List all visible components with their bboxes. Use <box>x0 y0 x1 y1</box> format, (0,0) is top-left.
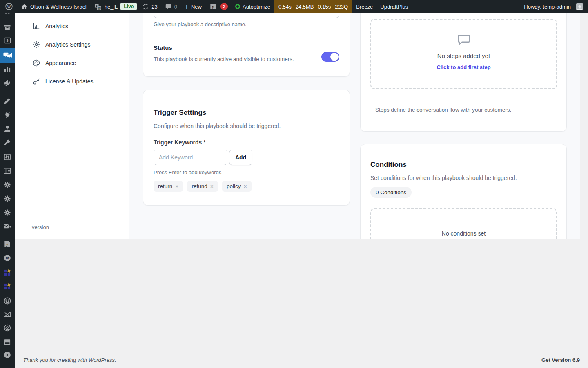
live-badge: Live <box>120 3 137 10</box>
wordpress-thanks-text: Thank you for creating with WordPress. <box>23 357 116 363</box>
name-hint: Give your playbook a descriptive name. <box>154 21 339 27</box>
howdy-label: Howdy, temp-admin <box>524 4 571 10</box>
translate-icon: A א <box>94 3 102 11</box>
conditions-empty-state: No conditions set <box>370 208 557 239</box>
analytics-icon <box>32 22 40 30</box>
brush-icon[interactable] <box>3 97 11 105</box>
update-icon <box>142 3 149 10</box>
add-first-step-link[interactable]: Click to add first step <box>437 64 490 70</box>
play-icon[interactable] <box>3 351 11 359</box>
svg-text:y: y <box>6 242 8 247</box>
steps-empty-state[interactable]: No steps added yet Click to add first st… <box>370 19 557 89</box>
status-toggle[interactable] <box>321 52 339 62</box>
yoast-menu[interactable]: y 2 <box>205 0 232 13</box>
conditions-count-badge: 0 Conditions <box>370 187 412 198</box>
rows-icon[interactable] <box>3 338 11 346</box>
keyword-label: refund <box>192 183 207 189</box>
submenu-item-label: Appearance <box>45 60 76 66</box>
updraftplus-menu[interactable]: UpdraftPlus <box>376 0 412 13</box>
keyword-label: policy <box>227 183 241 189</box>
keyword-input[interactable] <box>154 150 227 165</box>
svg-text:y: y <box>212 4 214 9</box>
megaphone-icon[interactable] <box>3 79 11 87</box>
grid-blue-icon[interactable] <box>3 269 11 277</box>
autoptimize-menu[interactable]: Autoptimize <box>232 0 274 13</box>
trigger-settings-description: Configure when this playbook should be t… <box>154 123 339 129</box>
conditions-description: Set conditions for when this playbook sh… <box>370 175 557 181</box>
main-content: Give your playbook a descriptive name. S… <box>129 13 580 239</box>
get-version-link[interactable]: Get Version 6.9 <box>541 357 580 363</box>
status-title: Status <box>154 44 339 51</box>
archive-icon[interactable] <box>3 23 11 31</box>
keyword-label: return <box>158 183 172 189</box>
speech-bubble-icon <box>457 32 471 47</box>
gear-icon[interactable] <box>3 195 11 203</box>
form-icon[interactable] <box>3 167 11 175</box>
memory-usage: 24.5MB <box>296 4 314 10</box>
home-icon <box>21 3 28 10</box>
user-icon[interactable] <box>3 125 11 133</box>
query-time: 0.15s <box>318 4 331 10</box>
breeze-menu[interactable]: Breeze <box>352 0 376 13</box>
keyword-chip: refund× <box>187 181 218 192</box>
svg-text:א: א <box>98 7 100 9</box>
mail-x-icon[interactable] <box>3 310 11 319</box>
submenu-item-analytics-settings[interactable]: Analytics Settings <box>15 35 129 54</box>
playbook-name-input[interactable] <box>154 13 339 18</box>
key-icon <box>32 77 40 85</box>
status-description: This playbook is currently active and vi… <box>154 56 301 62</box>
updates-menu[interactable]: 23 <box>138 0 161 13</box>
breeze-icon[interactable] <box>3 324 11 332</box>
submenu-item-analytics[interactable]: Analytics <box>15 17 129 35</box>
plug-icon[interactable] <box>3 111 11 119</box>
page-time: 0.54s <box>278 4 292 10</box>
keyword-hint: Press Enter to add keywords <box>154 169 339 175</box>
divider <box>154 36 339 36</box>
toggle-knob <box>330 53 339 61</box>
conditions-title: Conditions <box>370 161 557 169</box>
keyword-chips: return×refund×policy× <box>154 181 339 192</box>
query-count: 223Q <box>335 4 348 10</box>
submenu-version-label: version <box>15 216 129 230</box>
submenu-item-license-updates[interactable]: License & Updates <box>15 72 129 90</box>
site-name-menu[interactable]: Olson & Wellness Israel <box>17 0 90 13</box>
no-steps-text: No steps added yet <box>437 52 490 59</box>
remove-keyword-icon[interactable]: × <box>210 184 214 189</box>
new-label: New <box>191 4 202 10</box>
playbook-name-card: Give your playbook a descriptive name. S… <box>143 13 350 77</box>
mail-send-icon[interactable] <box>3 222 11 231</box>
trigger-settings-card: Trigger Settings Configure when this pla… <box>143 90 350 206</box>
submenu-item-label: Analytics Settings <box>45 41 91 48</box>
language-label: he_IL <box>105 4 118 10</box>
sliders-icon[interactable] <box>3 153 11 161</box>
payment-icon[interactable]: $ <box>3 36 11 45</box>
m-circle-icon[interactable]: m <box>3 254 11 262</box>
comment-icon <box>165 3 172 10</box>
palette-icon <box>32 59 40 67</box>
avatar <box>576 3 583 10</box>
comments-menu[interactable]: 0 <box>161 0 181 13</box>
wp-logo[interactable]: W <box>0 0 17 13</box>
trigger-keywords-label: Trigger Keywords * <box>154 139 339 146</box>
new-menu[interactable]: + New <box>181 0 205 13</box>
updraft-icon[interactable] <box>3 297 11 305</box>
submenu-item-appearance[interactable]: Appearance <box>15 54 129 72</box>
trigger-settings-title: Trigger Settings <box>154 109 339 117</box>
language-menu[interactable]: A א he_IL <box>90 0 122 13</box>
keyword-chip: return× <box>154 181 183 192</box>
active-menu-arrow <box>9 52 12 58</box>
add-keyword-button[interactable]: Add <box>229 150 252 165</box>
conditions-card: Conditions Set conditions for when this … <box>360 144 567 239</box>
remove-keyword-icon[interactable]: × <box>243 184 247 189</box>
bar-chart-icon[interactable] <box>3 65 11 73</box>
remove-keyword-icon[interactable]: × <box>175 184 178 189</box>
gear-icon[interactable] <box>3 209 11 217</box>
wrench-icon[interactable] <box>3 139 11 147</box>
steps-card: No steps added yet Click to add first st… <box>360 13 567 132</box>
gear-icon[interactable] <box>3 181 11 189</box>
yoast-icon[interactable]: y <box>3 240 11 248</box>
submenu-item-label: Analytics <box>45 23 68 29</box>
account-menu[interactable]: Howdy, temp-admin <box>520 0 588 13</box>
grid-blue-icon[interactable] <box>3 283 11 291</box>
query-monitor-menu[interactable]: 0.54s 24.5MB 0.15s 223Q <box>274 0 352 13</box>
